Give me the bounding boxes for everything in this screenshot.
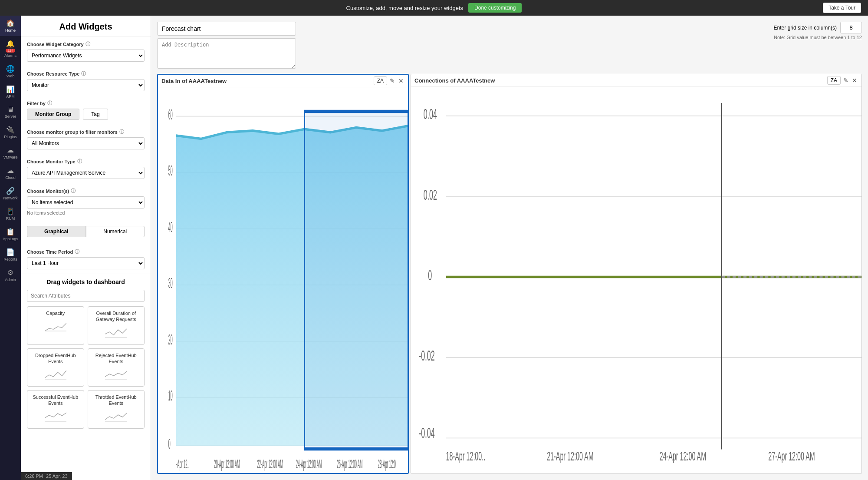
widget-card-rejected[interactable]: Rejected EventHub Events [88, 348, 145, 387]
graphical-numerical-toggle: Graphical Numerical [27, 226, 145, 237]
nav-label-vmware: VMware [3, 155, 17, 159]
customize-message: Customize, add, move and resize your wid… [346, 5, 464, 11]
gateway-chart-icon [92, 325, 141, 341]
category-info-icon[interactable]: ⓘ [85, 41, 90, 47]
search-attributes-input[interactable] [27, 290, 145, 302]
left-nav: 🏠 Home 🔔 224 Alarms 🌐 Web 📊 APM 🖥 Server… [0, 16, 21, 480]
chart-close-button-left[interactable]: ✕ [398, 76, 404, 85]
widget-card-gateway[interactable]: Overall Duration of Gateway Requests [88, 306, 145, 345]
nav-label-web: Web [7, 74, 14, 78]
monitors-info-icon[interactable]: ⓘ [71, 188, 76, 194]
monitor-type-section: Choose Monitor Type ⓘ Azure API Manageme… [21, 154, 151, 183]
main-layout: 🏠 Home 🔔 224 Alarms 🌐 Web 📊 APM 🖥 Server… [0, 16, 868, 480]
svg-text:24-Apr 12:00 AM: 24-Apr 12:00 AM [296, 457, 322, 471]
resource-type-info-icon[interactable]: ⓘ [81, 70, 86, 77]
monitor-group-button[interactable]: Monitor Group [27, 109, 79, 120]
nav-label-cloud: Cloud [5, 175, 16, 180]
svg-rect-21 [305, 112, 408, 449]
server-icon: 🖥 [7, 106, 14, 113]
svg-text:21-Apr 12:00 AM: 21-Apr 12:00 AM [547, 449, 593, 463]
time-period-label: Choose Time Period ⓘ [27, 248, 145, 255]
filter-by-section: Filter by ⓘ Monitor Group Tag [21, 96, 151, 124]
svg-text:30: 30 [168, 275, 173, 291]
nav-item-apm[interactable]: 📊 APM [0, 82, 21, 102]
widget-card-capacity[interactable]: Capacity [27, 306, 84, 345]
resource-type-label: Choose Resource Type ⓘ [27, 70, 145, 77]
network-icon: 🔗 [6, 187, 15, 195]
monitors-select[interactable]: No items selected [27, 196, 145, 209]
widget-card-throttled[interactable]: Throttled EventHub Events [88, 390, 145, 429]
chart-za-button-left[interactable]: ZA [374, 76, 387, 85]
monitor-group-label: Choose monitor group to filter monitors … [27, 129, 145, 135]
nav-item-reports[interactable]: 📄 Reports [0, 245, 21, 265]
monitors-label: Choose Monitor(s) ⓘ [27, 188, 145, 194]
done-customizing-button[interactable]: Done customizing [468, 3, 522, 13]
grid-size-input[interactable] [840, 22, 862, 33]
chart-title-connections: Connections of AAAATestnew [414, 77, 825, 84]
time-period-select[interactable]: Last 1 Hour Last 6 Hours Last 24 Hours [27, 257, 145, 269]
grid-note: Note: Grid value must be between 1 to 12 [774, 35, 862, 40]
nav-item-home[interactable]: 🏠 Home [0, 16, 21, 36]
chart-title-data-in: Data In of AAAATestnew [161, 78, 372, 84]
cloud-icon: ☁ [7, 166, 14, 175]
chart-za-button-right[interactable]: ZA [827, 76, 841, 85]
capacity-chart-icon [31, 319, 80, 334]
svg-text:0: 0 [428, 267, 432, 283]
svg-text:28-Apr 12:0: 28-Apr 12:0 [378, 457, 395, 471]
svg-text:-0.04: -0.04 [419, 425, 435, 441]
svg-text:26-Apr 12:00 AM: 26-Apr 12:00 AM [337, 457, 363, 471]
chart-edit-button-left[interactable]: ✎ [389, 76, 396, 85]
applogs-icon: 📋 [6, 228, 15, 236]
charts-area: Data In of AAAATestnew ZA ✎ ✕ 60 50 40 3… [157, 74, 862, 474]
filter-info-icon[interactable]: ⓘ [47, 100, 52, 106]
plugins-icon: 🔌 [6, 126, 15, 134]
chart-panel-connections: Connections of AAAATestnew ZA ✎ ✕ 0.04 0… [411, 74, 862, 474]
alarms-icon: 🔔 [6, 40, 15, 48]
home-icon: 🏠 [6, 19, 15, 27]
monitor-group-select[interactable]: All Monitors Group 1 [27, 137, 145, 149]
top-bar: Customize, add, move and resize your wid… [0, 0, 868, 16]
monitor-type-info-icon[interactable]: ⓘ [77, 158, 82, 165]
widget-card-rejected-title: Rejected EventHub Events [92, 352, 141, 365]
nav-item-applogs[interactable]: 📋 AppLogs [0, 224, 21, 245]
monitor-group-info-icon[interactable]: ⓘ [119, 129, 124, 135]
vmware-icon: ☁ [7, 146, 14, 154]
nav-item-rum[interactable]: 📱 RUM [0, 204, 21, 224]
graphical-button[interactable]: Graphical [27, 226, 86, 237]
monitor-type-select[interactable]: Azure API Management Service AWS [27, 167, 145, 179]
nav-item-admin[interactable]: ⚙ Admin [0, 265, 21, 285]
main-content: Enter grid size in column(s) Note: Grid … [151, 16, 868, 480]
tag-button[interactable]: Tag [83, 109, 108, 120]
filter-buttons: Monitor Group Tag [27, 109, 145, 120]
nav-item-alarms[interactable]: 🔔 224 Alarms [0, 36, 21, 61]
category-select[interactable]: Performance Widgets Availability Widgets… [27, 50, 145, 62]
numerical-button[interactable]: Numerical [86, 226, 145, 237]
widget-name-row: Enter grid size in column(s) Note: Grid … [157, 22, 862, 69]
nav-item-web[interactable]: 🌐 Web [0, 61, 21, 82]
nav-label-applogs: AppLogs [3, 237, 18, 241]
resource-type-select[interactable]: Monitor Server [27, 79, 145, 91]
items-selected-text: No items selected [27, 209, 145, 217]
svg-text:10: 10 [168, 387, 173, 404]
chart-close-button-right[interactable]: ✕ [851, 76, 858, 85]
footer: 6:26 PM 25 Apr, 23 [21, 472, 72, 480]
chart-edit-button-right[interactable]: ✎ [842, 76, 849, 85]
svg-text:20: 20 [168, 331, 173, 348]
svg-text:0.02: 0.02 [424, 186, 437, 203]
take-tour-button[interactable]: Take a Tour [823, 3, 861, 13]
nav-item-cloud[interactable]: ☁ Cloud [0, 163, 21, 183]
nav-item-vmware[interactable]: ☁ VMware [0, 142, 21, 163]
widget-name-input[interactable] [157, 22, 296, 36]
widget-card-dropped[interactable]: Dropped EventHub Events [27, 348, 84, 387]
svg-text:-Apr 12..: -Apr 12.. [176, 457, 189, 471]
nav-item-server[interactable]: 🖥 Server [0, 102, 21, 122]
nav-item-network[interactable]: 🔗 Network [0, 183, 21, 204]
resource-type-section: Choose Resource Type ⓘ Monitor Server [21, 66, 151, 96]
widget-card-successful[interactable]: Successful EventHub Events [27, 390, 84, 429]
time-period-info-icon[interactable]: ⓘ [75, 248, 79, 255]
throttled-chart-icon [92, 409, 141, 425]
nav-item-plugins[interactable]: 🔌 Plugins [0, 122, 21, 142]
nav-label-network: Network [3, 196, 17, 200]
widget-description-textarea[interactable] [157, 38, 296, 69]
svg-text:27-Apr 12:00 AM: 27-Apr 12:00 AM [768, 449, 815, 463]
